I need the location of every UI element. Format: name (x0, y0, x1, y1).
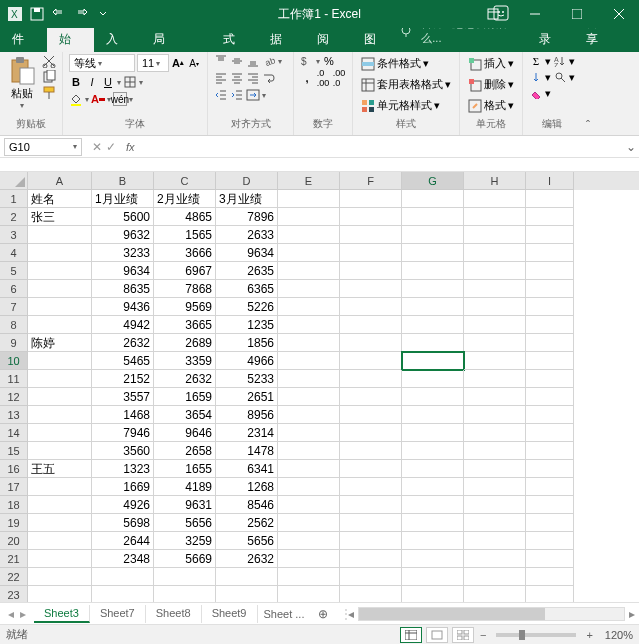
paste-button[interactable]: 粘贴 ▾ (6, 54, 38, 112)
increase-indent-icon[interactable] (230, 88, 244, 102)
cell-G15[interactable] (402, 442, 464, 460)
cell-B5[interactable]: 9634 (92, 262, 154, 280)
cell-F2[interactable] (340, 208, 402, 226)
phonetic-icon[interactable]: wén (113, 92, 127, 106)
insert-cells-button[interactable]: 插入 ▾ (466, 54, 516, 73)
sheet-tab-Sheet3[interactable]: Sheet3 (34, 605, 90, 623)
cell-C20[interactable]: 3259 (154, 532, 216, 550)
cell-E11[interactable] (278, 370, 340, 388)
cell-G1[interactable] (402, 190, 464, 208)
cell-D15[interactable]: 1478 (216, 442, 278, 460)
cell-F20[interactable] (340, 532, 402, 550)
cell-C4[interactable]: 3666 (154, 244, 216, 262)
shrink-font-icon[interactable]: A▾ (187, 56, 201, 70)
cell-G19[interactable] (402, 514, 464, 532)
enter-formula-icon[interactable]: ✓ (106, 140, 116, 154)
border-icon[interactable] (123, 75, 137, 89)
cell-I17[interactable] (526, 478, 574, 496)
cell-A2[interactable]: 张三 (28, 208, 92, 226)
cell-G6[interactable] (402, 280, 464, 298)
cell-A13[interactable] (28, 406, 92, 424)
cell-C13[interactable]: 3654 (154, 406, 216, 424)
row-header[interactable]: 12 (0, 388, 28, 406)
row-header[interactable]: 21 (0, 550, 28, 568)
cell-A16[interactable]: 王五 (28, 460, 92, 478)
cell-H9[interactable] (464, 334, 526, 352)
zoom-slider[interactable] (496, 633, 576, 637)
cell-H5[interactable] (464, 262, 526, 280)
align-middle-icon[interactable] (230, 54, 244, 68)
zoom-out-button[interactable]: − (478, 629, 488, 641)
expand-formula-bar-icon[interactable]: ⌄ (623, 140, 639, 154)
cell-B20[interactable]: 2644 (92, 532, 154, 550)
cell-G5[interactable] (402, 262, 464, 280)
format-painter-icon[interactable] (42, 86, 56, 100)
cell-H1[interactable] (464, 190, 526, 208)
cell-H3[interactable] (464, 226, 526, 244)
page-layout-view-icon[interactable] (426, 627, 448, 643)
underline-icon[interactable]: U (101, 75, 115, 89)
cell-F10[interactable] (340, 352, 402, 370)
cell-H12[interactable] (464, 388, 526, 406)
row-header[interactable]: 17 (0, 478, 28, 496)
cell-D16[interactable]: 6341 (216, 460, 278, 478)
cell-H16[interactable] (464, 460, 526, 478)
cell-D1[interactable]: 3月业绩 (216, 190, 278, 208)
cell-A4[interactable] (28, 244, 92, 262)
comma-icon[interactable]: , (300, 71, 314, 85)
percent-icon[interactable]: % (322, 54, 336, 68)
cell-B6[interactable]: 8635 (92, 280, 154, 298)
cell-A5[interactable] (28, 262, 92, 280)
cell-F6[interactable] (340, 280, 402, 298)
cell-B13[interactable]: 1468 (92, 406, 154, 424)
align-top-icon[interactable] (214, 54, 228, 68)
cell-H22[interactable] (464, 568, 526, 586)
wrap-text-icon[interactable] (262, 71, 276, 85)
cell-I12[interactable] (526, 388, 574, 406)
cell-I10[interactable] (526, 352, 574, 370)
column-header-G[interactable]: G (402, 172, 464, 190)
worksheet-grid[interactable]: ABCDEFGHI 1姓名1月业绩2月业绩3月业绩2张三560048657896… (0, 172, 639, 602)
row-header[interactable]: 8 (0, 316, 28, 334)
cell-G3[interactable] (402, 226, 464, 244)
cell-H10[interactable] (464, 352, 526, 370)
cell-D3[interactable]: 2633 (216, 226, 278, 244)
cell-I19[interactable] (526, 514, 574, 532)
cell-C23[interactable] (154, 586, 216, 602)
cell-I22[interactable] (526, 568, 574, 586)
cell-D9[interactable]: 1856 (216, 334, 278, 352)
cell-B21[interactable]: 2348 (92, 550, 154, 568)
cell-B14[interactable]: 7946 (92, 424, 154, 442)
cell-E16[interactable] (278, 460, 340, 478)
cell-D5[interactable]: 2635 (216, 262, 278, 280)
cell-B8[interactable]: 4942 (92, 316, 154, 334)
save-icon[interactable] (28, 5, 46, 23)
autosum-icon[interactable]: Σ (529, 54, 543, 68)
cell-H21[interactable] (464, 550, 526, 568)
cell-E17[interactable] (278, 478, 340, 496)
cell-F18[interactable] (340, 496, 402, 514)
cell-I16[interactable] (526, 460, 574, 478)
cell-G11[interactable] (402, 370, 464, 388)
cell-F17[interactable] (340, 478, 402, 496)
cell-E6[interactable] (278, 280, 340, 298)
cell-H7[interactable] (464, 298, 526, 316)
hscroll-left-icon[interactable]: ◂ (348, 607, 354, 621)
table-format-button[interactable]: 套用表格格式 ▾ (359, 75, 453, 94)
cell-H23[interactable] (464, 586, 526, 602)
cell-B11[interactable]: 2152 (92, 370, 154, 388)
cell-F9[interactable] (340, 334, 402, 352)
row-header[interactable]: 10 (0, 352, 28, 370)
row-header[interactable]: 23 (0, 586, 28, 602)
cell-C1[interactable]: 2月业绩 (154, 190, 216, 208)
row-header[interactable]: 18 (0, 496, 28, 514)
cell-A6[interactable] (28, 280, 92, 298)
cell-H19[interactable] (464, 514, 526, 532)
cut-icon[interactable] (42, 54, 56, 68)
cell-E3[interactable] (278, 226, 340, 244)
cancel-formula-icon[interactable]: ✕ (92, 140, 102, 154)
increase-decimal-icon[interactable]: .0.00 (316, 71, 330, 85)
redo-icon[interactable] (72, 5, 90, 23)
cell-G14[interactable] (402, 424, 464, 442)
cell-D17[interactable]: 1268 (216, 478, 278, 496)
